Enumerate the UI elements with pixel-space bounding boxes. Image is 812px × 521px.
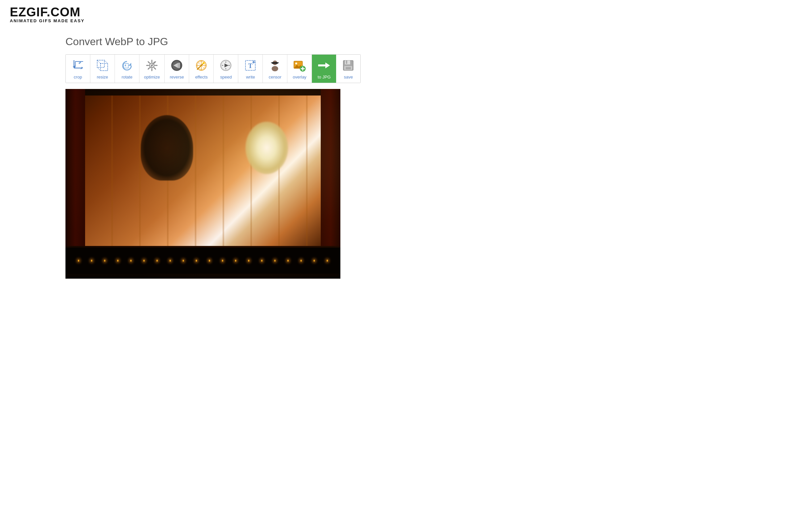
tool-speed[interactable]: speed (214, 54, 238, 83)
tool-reverse[interactable]: reverse (164, 54, 189, 83)
stage-light-dot (327, 260, 328, 262)
svg-line-9 (97, 60, 101, 64)
stage-light-dot (235, 260, 236, 262)
optimize-icon (144, 58, 159, 73)
stage-light-dot (261, 260, 262, 262)
svg-marker-62 (325, 63, 330, 68)
logo-tagline: ANIMATED GIFS MADE EASY (10, 18, 802, 23)
stage-light-dot (209, 260, 210, 262)
crop-icon (70, 58, 85, 73)
svg-rect-64 (345, 61, 350, 64)
tool-censor[interactable]: censor (263, 54, 287, 83)
reverse-label: reverse (170, 74, 184, 80)
stage-light-dot (222, 260, 223, 262)
rotate-label: rotate (122, 74, 132, 80)
optimize-label: optimize (144, 74, 160, 80)
censor-icon (267, 58, 282, 73)
rotate-icon (119, 58, 134, 73)
svg-rect-6 (79, 62, 82, 64)
image-preview (65, 89, 341, 279)
stage-light-dot (248, 260, 249, 262)
tojpg-label: to JPG (318, 74, 331, 80)
stage-light-dot (91, 260, 92, 262)
curtain-left (65, 89, 85, 246)
svg-line-21 (148, 62, 150, 63)
tool-crop[interactable]: crop (66, 54, 90, 83)
tool-optimize[interactable]: optimize (139, 54, 164, 83)
svg-line-10 (104, 60, 108, 64)
stage-light-dot (130, 260, 132, 262)
svg-rect-65 (346, 61, 347, 64)
svg-line-24 (148, 68, 150, 69)
save-label: save (344, 74, 353, 80)
effects-label: effects (195, 74, 207, 80)
reverse-icon (169, 58, 184, 73)
stage-light-dot (156, 260, 158, 262)
stage-light-dot (301, 260, 302, 262)
svg-line-11 (97, 67, 101, 71)
svg-marker-14 (125, 64, 126, 67)
svg-point-56 (295, 63, 297, 64)
overlay-icon (292, 58, 307, 73)
resize-label: resize (97, 74, 108, 80)
svg-rect-30 (178, 63, 180, 68)
tool-resize[interactable]: resize (90, 54, 115, 83)
svg-rect-61 (318, 64, 325, 66)
overlay-label: overlay (292, 74, 306, 80)
site-header: EZGIF.COM ANIMATED GIFS MADE EASY (0, 0, 812, 29)
censor-label: censor (269, 74, 282, 80)
stage-light-dot (287, 260, 289, 262)
tool-tojpg[interactable]: to JPG (312, 54, 336, 83)
stage-light-dot (78, 260, 79, 262)
stage-light-dot (144, 260, 145, 262)
stage-light-dot (313, 260, 315, 262)
stage-lights (65, 248, 341, 274)
save-icon (341, 58, 356, 73)
page-title: Convert WebP to JPG (65, 36, 802, 48)
stage-light-dot (170, 260, 171, 262)
write-icon: T (243, 58, 258, 73)
speed-label: speed (220, 74, 232, 80)
svg-rect-52 (272, 62, 278, 64)
toolbar: crop resize (65, 54, 361, 83)
tool-rotate[interactable]: rotate (115, 54, 139, 83)
screen-stripes (85, 95, 321, 246)
curtain-right (321, 89, 341, 246)
stage-light-dot (117, 260, 118, 262)
speed-icon (218, 58, 233, 73)
stage-light-dot (183, 260, 184, 262)
stage-light-dot (196, 260, 197, 262)
resize-icon (95, 58, 110, 73)
svg-rect-67 (346, 67, 351, 69)
tojpg-icon (316, 58, 332, 73)
write-label: write (246, 74, 255, 80)
svg-point-51 (272, 66, 278, 71)
tool-overlay[interactable]: overlay (287, 54, 312, 83)
cinema-background (65, 89, 341, 279)
logo-brand[interactable]: EZGIF.COM (10, 6, 802, 18)
figure-head-dark (141, 115, 193, 181)
svg-line-22 (154, 68, 155, 69)
crop-label: crop (74, 74, 82, 80)
tool-write[interactable]: T write (238, 54, 263, 83)
stage-light-dot (274, 260, 276, 262)
effects-icon (194, 58, 209, 73)
svg-text:T: T (248, 62, 253, 69)
figure-head-glow (245, 122, 288, 174)
main-content: Convert WebP to JPG crop (0, 29, 812, 289)
tool-save[interactable]: save (336, 54, 360, 83)
svg-marker-12 (128, 63, 131, 66)
svg-point-38 (203, 62, 204, 64)
tool-effects[interactable]: effects (189, 54, 214, 83)
stage-light-dot (104, 260, 105, 262)
